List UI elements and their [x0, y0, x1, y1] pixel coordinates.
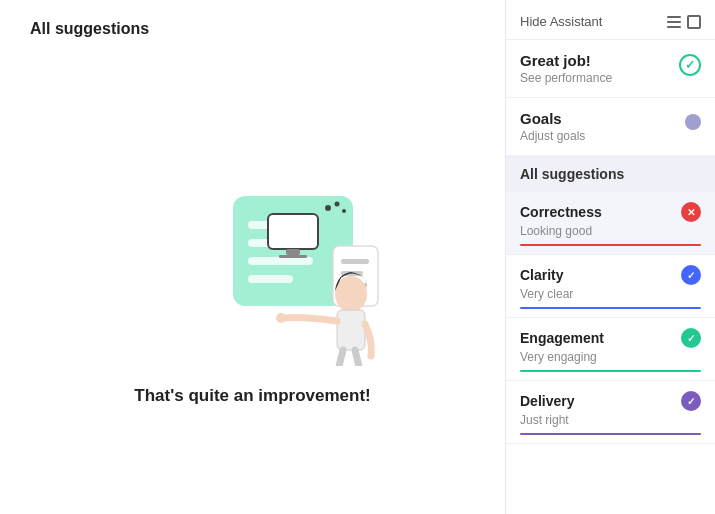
great-job-section[interactable]: Great job! See performance — [506, 40, 715, 98]
suggestion-item-clarity[interactable]: Clarity Very clear — [506, 255, 715, 318]
svg-rect-3 — [248, 257, 313, 265]
engagement-badge-icon — [681, 328, 701, 348]
delivery-bar — [520, 433, 701, 435]
correctness-bar — [520, 244, 701, 246]
svg-rect-9 — [268, 214, 318, 249]
illustration-caption: That's quite an improvement! — [134, 386, 370, 406]
all-suggestions-tab[interactable]: All suggestions — [506, 156, 715, 192]
suggestion-name: Correctness — [520, 204, 602, 220]
right-header: Hide Assistant — [506, 0, 715, 40]
suggestion-sub: Just right — [520, 413, 701, 427]
suggestion-name: Engagement — [520, 330, 604, 346]
left-title: All suggestions — [30, 20, 475, 38]
suggestion-row: Delivery — [520, 391, 701, 411]
goals-section[interactable]: Goals Adjust goals — [506, 98, 715, 156]
suggestion-row: Correctness — [520, 202, 701, 222]
svg-rect-6 — [341, 259, 369, 264]
svg-point-12 — [325, 205, 331, 211]
delivery-badge-icon — [681, 391, 701, 411]
suggestion-name: Delivery — [520, 393, 574, 409]
goals-label: Goals — [520, 110, 585, 127]
goals-text: Goals Adjust goals — [520, 110, 585, 143]
header-icons — [667, 15, 701, 29]
great-job-check-icon — [679, 54, 701, 76]
suggestion-sub: Looking good — [520, 224, 701, 238]
svg-rect-11 — [279, 255, 307, 258]
illustration-area: That's quite an improvement! — [30, 58, 475, 494]
panel-icon[interactable] — [687, 15, 701, 29]
svg-rect-10 — [286, 249, 300, 255]
hide-assistant-button[interactable]: Hide Assistant — [520, 14, 602, 29]
menu-icon[interactable] — [667, 16, 681, 28]
svg-point-15 — [335, 276, 367, 312]
suggestion-sub: Very clear — [520, 287, 701, 301]
suggestion-item-correctness[interactable]: Correctness Looking good — [506, 192, 715, 255]
svg-rect-16 — [337, 310, 365, 350]
great-job-label: Great job! — [520, 52, 612, 69]
great-job-sub: See performance — [520, 71, 612, 85]
goals-icon — [685, 114, 701, 130]
svg-point-13 — [334, 202, 339, 207]
great-job-text: Great job! See performance — [520, 52, 612, 85]
suggestion-sub: Very engaging — [520, 350, 701, 364]
suggestion-item-engagement[interactable]: Engagement Very engaging — [506, 318, 715, 381]
suggestion-item-delivery[interactable]: Delivery Just right — [506, 381, 715, 444]
correctness-badge-icon — [681, 202, 701, 222]
suggestion-row: Clarity — [520, 265, 701, 285]
illustration — [113, 146, 393, 366]
suggestion-row: Engagement — [520, 328, 701, 348]
engagement-bar — [520, 370, 701, 372]
suggestion-name: Clarity — [520, 267, 564, 283]
svg-point-17 — [276, 313, 286, 323]
right-panel: Hide Assistant Great job! See performanc… — [505, 0, 715, 514]
svg-point-14 — [342, 209, 346, 213]
goals-sub: Adjust goals — [520, 129, 585, 143]
suggestions-list: Correctness Looking good Clarity Very cl… — [506, 192, 715, 514]
left-panel: All suggestions — [0, 0, 505, 514]
svg-rect-4 — [248, 275, 293, 283]
clarity-badge-icon — [681, 265, 701, 285]
clarity-bar — [520, 307, 701, 309]
